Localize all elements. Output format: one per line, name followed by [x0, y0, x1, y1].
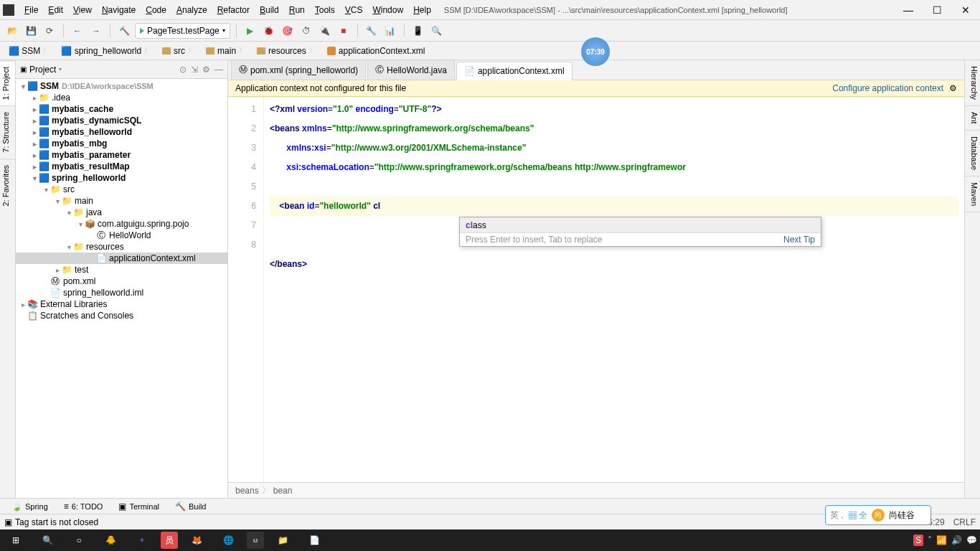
right-tab-maven[interactable]: Maven	[965, 176, 980, 212]
gear-icon[interactable]: ⚙	[202, 65, 210, 75]
search-taskbar-icon[interactable]: 🔍	[34, 531, 60, 550]
coverage-icon[interactable]: 🎯	[280, 23, 296, 39]
locate-icon[interactable]: ⊙	[179, 65, 187, 75]
right-tab-database[interactable]: Database	[965, 131, 980, 176]
tree-item[interactable]: ▸🟦mybatis_resultMap	[16, 161, 227, 172]
breadcrumb-item[interactable]: beans	[235, 486, 259, 496]
menu-analyze[interactable]: Analyze	[172, 4, 212, 17]
structure-icon[interactable]: 📊	[382, 23, 398, 39]
profile-icon[interactable]: ⏱	[298, 23, 314, 39]
open-icon[interactable]: 📂	[4, 23, 20, 39]
next-tip-link[interactable]: Next Tip	[783, 235, 815, 245]
nav-item[interactable]: 🟦 spring_helloworld 〉	[57, 44, 155, 57]
tree-item[interactable]: ▾📁src	[16, 184, 227, 195]
tree-item[interactable]: ▸📚External Libraries	[16, 298, 227, 310]
tree-item[interactable]: ▾📁main	[16, 195, 227, 207]
run-config-dropdown[interactable]: PageTest.testPage ▾	[135, 23, 230, 39]
tray-network-icon[interactable]: 📶	[936, 535, 947, 545]
bottom-tab-todo[interactable]: ≡ 6: TODO	[57, 500, 110, 513]
start-button[interactable]: ⊞	[3, 531, 29, 550]
app-icon-3[interactable]: 员	[161, 532, 178, 549]
expand-icon[interactable]: ⇲	[191, 65, 198, 75]
right-tab-hierarchy[interactable]: Hierarchy	[965, 60, 980, 106]
left-tab-favorites[interactable]: 2: Favorites	[0, 159, 15, 212]
menu-help[interactable]: Help	[409, 4, 435, 17]
tree-item[interactable]: ▸🟦mybatis_helloworld	[16, 126, 227, 138]
tray-up-icon[interactable]: ˄	[928, 535, 932, 545]
run-icon[interactable]: ▶	[242, 23, 258, 39]
ime-indicator[interactable]: 英 , ▦ 全 尚 尚硅谷	[825, 505, 931, 525]
attach-icon[interactable]: 🔌	[317, 23, 333, 39]
tree-item[interactable]: 📄spring_helloworld.iml	[16, 287, 227, 298]
avd-icon[interactable]: 📱	[410, 23, 426, 39]
tree-item[interactable]: 📄applicationContext.xml	[16, 253, 227, 264]
tree-item[interactable]: ▸🟦mybatis_cache	[16, 103, 227, 115]
forward-icon[interactable]: →	[88, 23, 104, 39]
tree-item[interactable]: ⒸHelloWorld	[16, 230, 227, 241]
notepad-icon[interactable]: 📄	[301, 531, 327, 550]
left-tab-project[interactable]: 1: Project	[0, 60, 15, 105]
menu-edit[interactable]: Edit	[44, 4, 67, 17]
tree-item[interactable]: ▾📁java	[16, 207, 227, 218]
tray-volume-icon[interactable]: 🔊	[951, 535, 962, 545]
stop-icon[interactable]: ■	[336, 23, 352, 39]
code-editor[interactable]: <?xml version="1.0" encoding="UTF-8"?> <…	[264, 97, 964, 482]
tree-item[interactable]: 📋Scratches and Consoles	[16, 310, 227, 321]
menu-tools[interactable]: Tools	[311, 4, 339, 17]
tree-item[interactable]: ▸🟦mybatis_parameter	[16, 149, 227, 161]
tree-item[interactable]: ▾📦com.atguigu.spring.pojo	[16, 218, 227, 230]
minimize-button[interactable]: —	[897, 2, 920, 18]
back-icon[interactable]: ←	[70, 23, 85, 39]
menu-build[interactable]: Build	[255, 4, 283, 17]
menu-refactor[interactable]: Refactor	[213, 4, 254, 17]
chrome-icon[interactable]: 🌐	[215, 531, 241, 550]
nav-item[interactable]: main 〉	[202, 44, 250, 57]
cortana-icon[interactable]: ○	[66, 531, 92, 550]
tree-item[interactable]: ▸📁.idea	[16, 92, 227, 103]
menu-navigate[interactable]: Navigate	[98, 4, 140, 17]
tree-item[interactable]: ▸🟦mybatis_mbg	[16, 138, 227, 149]
tree-item[interactable]: ▸📁test	[16, 264, 227, 276]
menu-vcs[interactable]: VCS	[341, 4, 367, 17]
right-tab-ant[interactable]: Ant	[965, 106, 980, 131]
maximize-button[interactable]: ☐	[925, 2, 948, 18]
explorer-icon[interactable]: 📁	[270, 531, 296, 550]
app-icon-2[interactable]: ✦	[129, 531, 155, 550]
autocomplete-popup[interactable]: class Press Enter to insert, Tab to repl…	[459, 217, 821, 247]
tray-notification-icon[interactable]: 💬	[966, 535, 977, 545]
menu-code[interactable]: Code	[141, 4, 171, 17]
nav-item[interactable]: 🟦 SSM 〉	[4, 44, 54, 57]
refresh-icon[interactable]: ⟳	[42, 23, 57, 39]
warning-gear-icon[interactable]: ⚙	[949, 83, 957, 93]
firefox-icon[interactable]: 🦊	[184, 531, 209, 550]
menu-run[interactable]: Run	[285, 4, 309, 17]
autocomplete-item[interactable]: class	[460, 217, 821, 232]
menu-view[interactable]: View	[69, 4, 96, 17]
nav-item[interactable]: resources 〉	[253, 44, 320, 57]
bottom-tab-terminal[interactable]: ▣ Terminal	[111, 500, 166, 513]
tree-item[interactable]: ▾📁resources	[16, 241, 227, 253]
search-icon[interactable]: 🔍	[429, 23, 445, 39]
tree-item[interactable]: ▾🟦SSMD:\IDEA\workspace\SSM	[16, 80, 227, 92]
bottom-tab-build[interactable]: 🔨 Build	[168, 500, 213, 513]
nav-item[interactable]: applicationContext.xml	[323, 44, 430, 57]
debug-icon[interactable]: 🐞	[261, 23, 277, 39]
settings-icon[interactable]: 🔧	[364, 23, 380, 39]
left-tab-structure[interactable]: 7: Structure	[0, 105, 15, 159]
tree-item[interactable]: Ⓜpom.xml	[16, 276, 227, 287]
menu-file[interactable]: File	[20, 4, 42, 17]
collapse-icon[interactable]: —	[215, 65, 223, 75]
tree-item[interactable]: ▸🟦mybatis_dynamicSQL	[16, 115, 227, 126]
build-icon[interactable]: 🔨	[116, 23, 132, 39]
breadcrumb-item[interactable]: bean	[273, 486, 293, 496]
editor-tab[interactable]: 📄 applicationContext.xml	[456, 62, 573, 80]
nav-item[interactable]: src 〉	[158, 44, 199, 57]
editor-tab[interactable]: Ⓒ HelloWorld.java	[367, 60, 455, 80]
bottom-tab-spring[interactable]: 🍃 Spring	[4, 500, 55, 513]
intellij-icon[interactable]: IJ	[247, 532, 264, 549]
menu-window[interactable]: Window	[368, 4, 407, 17]
editor-tab[interactable]: Ⓜ pom.xml (spring_helloworld)	[231, 60, 366, 80]
tray-ime-icon[interactable]: S	[913, 534, 923, 546]
tree-item[interactable]: ▾🟦spring_helloworld	[16, 172, 227, 184]
app-icon-1[interactable]: 🐥	[98, 531, 123, 550]
